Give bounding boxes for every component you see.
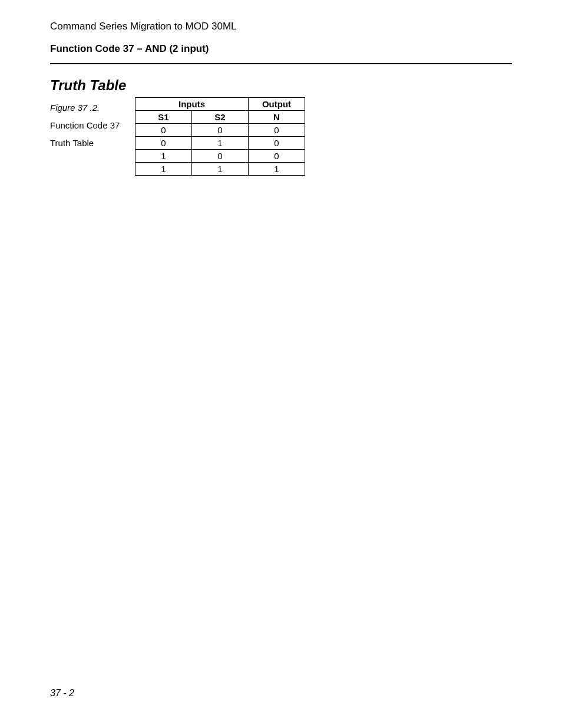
page-number: 37 - 2 xyxy=(50,688,74,699)
figure-caption: Figure 37 .2. Function Code 37 Truth Tab… xyxy=(50,97,133,150)
col-s2: S2 xyxy=(192,111,249,124)
page-title: Function Code 37 – AND (2 input) xyxy=(50,43,512,55)
output-header: Output xyxy=(249,98,305,111)
caption-line-3: Truth Table xyxy=(50,136,133,150)
cell-s2: 1 xyxy=(192,137,249,150)
caption-figure-number: Figure 37 .2. xyxy=(50,101,133,115)
table-row: 0 1 0 xyxy=(135,137,305,150)
cell-s2: 0 xyxy=(192,124,249,137)
table-header-row-1: Inputs Output xyxy=(135,98,305,111)
table-header-row-2: S1 S2 N xyxy=(135,111,305,124)
cell-n: 1 xyxy=(249,163,305,176)
col-n: N xyxy=(249,111,305,124)
divider xyxy=(50,63,512,64)
inputs-header: Inputs xyxy=(135,98,249,111)
cell-s1: 0 xyxy=(135,124,192,137)
section-heading: Truth Table xyxy=(50,77,512,94)
cell-s2: 0 xyxy=(192,150,249,163)
cell-s1: 1 xyxy=(135,163,192,176)
table-row: 1 0 0 xyxy=(135,150,305,163)
cell-n: 0 xyxy=(249,150,305,163)
cell-n: 0 xyxy=(249,137,305,150)
col-s1: S1 xyxy=(135,111,192,124)
caption-line-2: Function Code 37 xyxy=(50,118,133,133)
cell-s2: 1 xyxy=(192,163,249,176)
table-row: 0 0 0 xyxy=(135,124,305,137)
running-head: Command Series Migration to MOD 30ML xyxy=(50,21,512,32)
cell-s1: 0 xyxy=(135,137,192,150)
cell-n: 0 xyxy=(249,124,305,137)
truth-table: Inputs Output S1 S2 N 0 0 0 0 1 0 xyxy=(135,97,305,176)
table-row: 1 1 1 xyxy=(135,163,305,176)
cell-s1: 1 xyxy=(135,150,192,163)
